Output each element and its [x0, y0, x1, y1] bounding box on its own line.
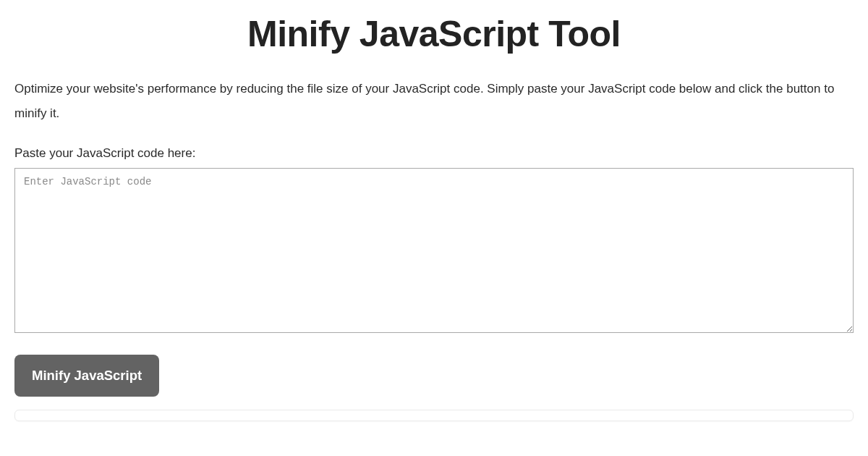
page-title: Minify JavaScript Tool	[14, 13, 854, 55]
minify-button[interactable]: Minify JavaScript	[14, 355, 159, 397]
output-box	[14, 410, 854, 421]
input-label: Paste your JavaScript code here:	[14, 146, 854, 161]
page-container: Minify JavaScript Tool Optimize your web…	[0, 13, 868, 421]
javascript-input[interactable]	[14, 168, 854, 333]
page-description: Optimize your website's performance by r…	[14, 77, 854, 126]
